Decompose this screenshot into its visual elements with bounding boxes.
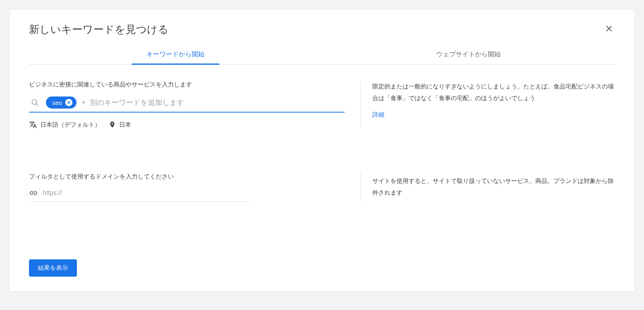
- plus-icon: +: [81, 99, 86, 107]
- close-icon: [605, 24, 613, 33]
- learn-more-link[interactable]: 詳細: [372, 111, 384, 119]
- tab-start-with-keywords[interactable]: キーワードから開始: [29, 45, 322, 64]
- close-button[interactable]: [603, 23, 615, 35]
- keyword-input[interactable]: [90, 97, 345, 109]
- svg-line-3: [36, 104, 38, 105]
- keyword-section: ビジネスに密接に関連している商品やサービスを入力します seo + 日本語（: [29, 81, 615, 129]
- header-row: 新しいキーワードを見つける: [29, 23, 615, 45]
- close-icon: [67, 101, 71, 105]
- keyword-left-col: ビジネスに密接に関連している商品やサービスを入力します seo + 日本語（: [29, 81, 345, 129]
- domain-help-col: サイトを使用すると、サイトで取り扱っていないサービス、商品、ブランドは対象から除…: [361, 173, 615, 202]
- location-selector[interactable]: 日本: [109, 121, 131, 129]
- modal-card: 新しいキーワードを見つける キーワードから開始 ウェブサイトから開始 ビジネスに…: [10, 10, 634, 291]
- language-selector[interactable]: 日本語（デフォルト）: [29, 121, 101, 129]
- submit-button[interactable]: 結果を表示: [29, 259, 77, 277]
- language-label: 日本語（デフォルト）: [40, 121, 101, 129]
- location-icon: [109, 121, 116, 128]
- keyword-chip-label: seo: [52, 99, 62, 106]
- keyword-chip[interactable]: seo: [46, 96, 76, 109]
- domain-input-row[interactable]: [29, 186, 250, 202]
- svg-point-2: [32, 100, 37, 105]
- domain-section-label: フィルタとして使用するドメインを入力してください: [29, 173, 345, 181]
- link-icon: [29, 189, 38, 197]
- locale-row: 日本語（デフォルト） 日本: [29, 121, 345, 129]
- domain-section: フィルタとして使用するドメインを入力してください サイトを使用すると、サイトで取…: [29, 173, 615, 202]
- footer: 結果を表示: [29, 235, 615, 277]
- location-label: 日本: [119, 121, 131, 129]
- keyword-section-label: ビジネスに密接に関連している商品やサービスを入力します: [29, 81, 345, 88]
- keyword-help-text: 限定的または一般的になりすぎないようにしましょう。たとえば、食品宅配ビジネスの場…: [372, 81, 615, 104]
- domain-input[interactable]: [43, 189, 250, 197]
- keyword-help-col: 限定的または一般的になりすぎないようにしましょう。たとえば、食品宅配ビジネスの場…: [361, 81, 615, 129]
- tabs: キーワードから開始 ウェブサイトから開始: [29, 45, 615, 65]
- domain-help-text: サイトを使用すると、サイトで取り扱っていないサービス、商品、ブランドは対象から除…: [372, 175, 615, 198]
- tab-start-with-website[interactable]: ウェブサイトから開始: [322, 45, 615, 64]
- keyword-chip-remove[interactable]: [65, 99, 72, 106]
- translate-icon: [29, 121, 37, 129]
- page-title: 新しいキーワードを見つける: [29, 23, 169, 37]
- domain-left-col: フィルタとして使用するドメインを入力してください: [29, 173, 345, 202]
- search-icon: [31, 98, 39, 107]
- keyword-input-row[interactable]: seo +: [29, 94, 345, 113]
